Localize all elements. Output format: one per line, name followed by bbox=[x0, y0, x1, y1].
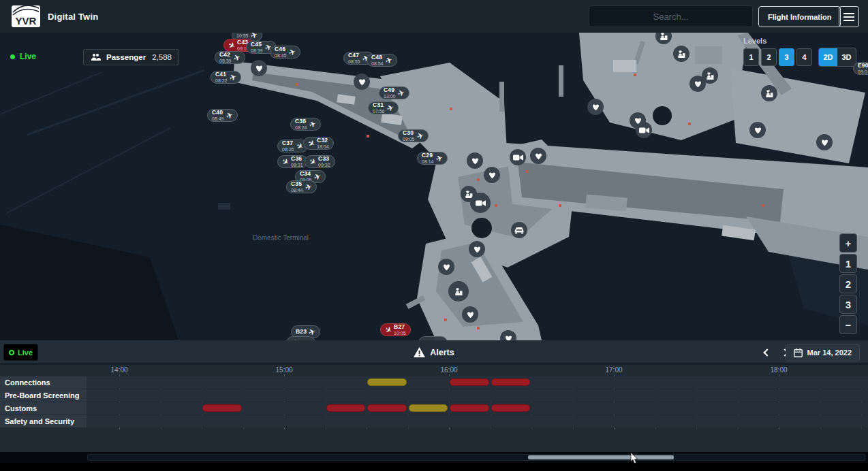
level-button-3[interactable]: 3 bbox=[779, 48, 794, 66]
timeline-row-label: Safety and Security bbox=[0, 415, 87, 427]
care-poi-icon[interactable] bbox=[530, 148, 546, 164]
gate-marker-E90[interactable]: E9009:0✈ bbox=[853, 62, 868, 75]
yvr-logo: YVR bbox=[12, 5, 40, 27]
care-poi-icon[interactable] bbox=[484, 167, 500, 183]
alert-bar-critical[interactable] bbox=[326, 404, 366, 412]
timeline-live-label: Live bbox=[18, 348, 33, 357]
care-poi-icon[interactable] bbox=[438, 259, 454, 275]
floor-button-2[interactable]: 2 bbox=[839, 274, 857, 293]
search-box bbox=[589, 5, 753, 27]
timeline-row-label: Customs bbox=[0, 402, 87, 415]
passenger-label: Passenger bbox=[106, 53, 146, 61]
floor-button-1[interactable]: 1 bbox=[839, 254, 857, 273]
previous-day-button[interactable] bbox=[760, 346, 774, 359]
timeline-tick: 15:00 bbox=[275, 366, 292, 374]
alert-bar-critical[interactable] bbox=[202, 404, 242, 412]
area-label: Domestic Terminal bbox=[253, 234, 309, 242]
view-mode-2D[interactable]: 2D bbox=[819, 48, 837, 66]
level-button-4[interactable]: 4 bbox=[796, 48, 812, 66]
gate-marker-C30[interactable]: C3009:05✈ bbox=[398, 129, 429, 142]
alert-bar-critical[interactable] bbox=[491, 404, 531, 412]
departure-plane-icon: ✈ bbox=[435, 153, 444, 163]
passenger-count: 2,588 bbox=[152, 53, 172, 61]
alerts-timeline[interactable]: 14:0015:0016:0017:0018:00ConnectionsPre-… bbox=[0, 365, 868, 452]
alerts-bar: Live Alerts Mar 14, 2022 bbox=[0, 340, 868, 364]
timeline-scroll-zone bbox=[0, 452, 868, 463]
level-button-2[interactable]: 2 bbox=[761, 48, 777, 66]
alert-bar-warning[interactable] bbox=[367, 378, 407, 386]
departure-plane-icon: ✈ bbox=[308, 119, 317, 129]
gate-marker-C35[interactable]: C3508:44✈ bbox=[286, 180, 317, 193]
live-ring-icon bbox=[9, 350, 14, 355]
gate-marker-C31[interactable]: C3107:56✈ bbox=[368, 101, 399, 114]
level-button-1[interactable]: 1 bbox=[743, 48, 759, 66]
view-mode-3D[interactable]: 3D bbox=[837, 48, 856, 66]
care-poi-icon[interactable] bbox=[749, 122, 766, 138]
alert-bar-critical[interactable] bbox=[450, 378, 489, 386]
care-poi-icon[interactable] bbox=[816, 134, 833, 150]
departure-plane-icon: ✈ bbox=[416, 131, 425, 141]
passenger-counter[interactable]: Passenger 2,588 bbox=[83, 49, 179, 65]
gate-marker-C36[interactable]: ✈C3608:31 bbox=[277, 155, 308, 168]
gate-marker-C42[interactable]: C4208:39✈ bbox=[215, 51, 245, 64]
digital-twin-app: YVR Digital Twin Flight Information bbox=[0, 0, 868, 471]
camera-poi-icon[interactable] bbox=[636, 122, 652, 138]
officer-poi-icon[interactable] bbox=[673, 46, 689, 62]
alert-warning-icon bbox=[414, 347, 425, 357]
horizontal-scrollbar-track[interactable] bbox=[87, 454, 865, 461]
care-poi-icon[interactable] bbox=[354, 74, 370, 90]
gate-marker-C38[interactable]: C3808:24✈ bbox=[290, 118, 321, 131]
timeline-live-button[interactable]: Live bbox=[3, 344, 38, 361]
alert-bar-critical[interactable] bbox=[450, 404, 489, 412]
arrival-plane-icon: ✈ bbox=[384, 325, 394, 336]
gate-marker-C46[interactable]: C4608:45✈ bbox=[270, 46, 300, 59]
timeline-tick: 18:00 bbox=[770, 366, 787, 374]
camera-poi-icon[interactable] bbox=[470, 193, 491, 213]
officer-poi-icon[interactable] bbox=[448, 281, 469, 302]
zoom-in-button[interactable]: + bbox=[839, 233, 857, 253]
departure-plane-icon: ✈ bbox=[225, 110, 234, 120]
gate-marker-C40[interactable]: C4008:49✈ bbox=[207, 109, 238, 122]
arrival-plane-icon: ✈ bbox=[308, 157, 318, 167]
horizontal-scrollbar-thumb[interactable] bbox=[528, 455, 674, 459]
departure-plane-icon: ✈ bbox=[228, 72, 238, 82]
live-label: Live bbox=[20, 52, 36, 61]
departure-plane-icon: ✈ bbox=[384, 55, 394, 65]
gate-marker-C33[interactable]: ✈C3309:32 bbox=[305, 155, 335, 168]
care-poi-icon[interactable] bbox=[462, 306, 478, 323]
live-dot-icon bbox=[10, 54, 15, 59]
camera-poi-icon[interactable] bbox=[510, 149, 526, 165]
care-poi-icon[interactable] bbox=[467, 152, 483, 169]
svg-text:YVR: YVR bbox=[16, 15, 37, 27]
alert-bar-critical[interactable] bbox=[491, 378, 531, 386]
alert-bar-warning[interactable] bbox=[409, 404, 448, 412]
timeline-tick: 17:00 bbox=[605, 366, 622, 374]
gate-marker-B27[interactable]: ✈B2710:05 bbox=[380, 323, 411, 336]
car-poi-icon[interactable] bbox=[511, 222, 527, 238]
departure-plane-icon: ✈ bbox=[288, 47, 297, 57]
timeline-row bbox=[0, 389, 868, 402]
care-poi-icon[interactable] bbox=[587, 99, 604, 115]
floor-button-3[interactable]: 3 bbox=[839, 295, 857, 314]
alert-bar-critical[interactable] bbox=[367, 404, 407, 412]
care-poi-icon[interactable] bbox=[251, 60, 267, 76]
flight-information-button[interactable]: Flight Information bbox=[758, 6, 841, 27]
gate-marker-C41[interactable]: C4108:22✈ bbox=[211, 71, 241, 84]
search-input[interactable] bbox=[589, 6, 752, 27]
hamburger-menu-icon[interactable] bbox=[839, 6, 859, 27]
gate-marker-C32[interactable]: ✈C3218:04 bbox=[303, 137, 334, 150]
live-status-badge: Live bbox=[10, 52, 36, 61]
date-picker-button[interactable]: Mar 14, 2022 bbox=[786, 344, 860, 361]
terminal-map[interactable]: Live Passenger 2,588 Levels 12342D3D +12… bbox=[0, 33, 868, 340]
care-poi-icon[interactable] bbox=[469, 241, 485, 257]
gate-marker-C48[interactable]: C4808:54✈ bbox=[367, 54, 397, 67]
care-poi-icon[interactable] bbox=[689, 76, 706, 92]
timeline-row-label: Pre-Board Screening bbox=[0, 389, 87, 402]
officer-poi-icon[interactable] bbox=[761, 85, 777, 101]
timeline-row-label: Connections bbox=[0, 376, 87, 389]
gate-marker-C49[interactable]: C4913:00✈ bbox=[379, 86, 409, 99]
gate-marker-C29[interactable]: C2908:14✈ bbox=[417, 152, 448, 165]
levels-control: Levels 12342D3D bbox=[743, 37, 856, 67]
zoom-out-button[interactable]: − bbox=[839, 315, 857, 334]
alerts-title: Alerts bbox=[0, 340, 868, 364]
